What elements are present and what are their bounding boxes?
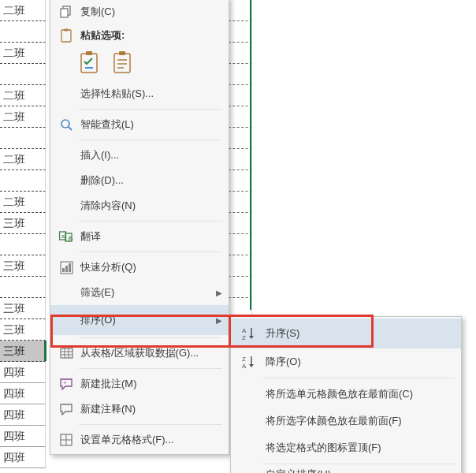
- grid-cell[interactable]: 四班: [0, 447, 46, 468]
- selection-border: [250, 0, 251, 310]
- translate-label: 翻译: [80, 229, 222, 244]
- font-color-label: 将所选字体颜色放在最前面(F): [266, 414, 455, 428]
- grid-cell[interactable]: [0, 128, 46, 149]
- svg-rect-2: [61, 30, 71, 42]
- svg-text:Z: Z: [242, 356, 246, 363]
- submenu-item-desc[interactable]: ZA 降序(O): [231, 348, 461, 375]
- menu-item-new-note[interactable]: 新建注释(N): [50, 397, 229, 422]
- new-note-label: 新建注释(N): [80, 402, 222, 416]
- grid-cell[interactable]: [229, 277, 252, 298]
- grid-cell[interactable]: 三班: [0, 319, 46, 341]
- menu-item-translate[interactable]: aあ 翻译: [50, 224, 229, 249]
- svg-line-12: [69, 127, 72, 130]
- grid-cell[interactable]: [229, 255, 252, 277]
- format-icon: [58, 432, 74, 448]
- grid-cell[interactable]: [229, 43, 252, 64]
- menu-separator: [79, 140, 222, 140]
- paste-special-label: 选择性粘贴(S)...: [80, 87, 222, 101]
- grid-cell[interactable]: [0, 64, 46, 85]
- grid-cell[interactable]: 四班: [0, 426, 46, 447]
- grid-cell[interactable]: [229, 234, 252, 255]
- grid-cell[interactable]: [229, 106, 252, 128]
- svg-text:+: +: [63, 379, 67, 386]
- quick-analysis-label: 快速分析(Q): [80, 260, 222, 274]
- menu-item-paste-special[interactable]: 选择性粘贴(S)...: [50, 81, 229, 106]
- filter-label: 筛选(E): [80, 285, 216, 300]
- submenu-item-custom[interactable]: 自定义排序(U): [231, 467, 461, 473]
- grid-cell[interactable]: [229, 192, 252, 213]
- table-icon: [58, 345, 74, 361]
- paste-option-values[interactable]: [112, 50, 134, 76]
- grid-cell[interactable]: [229, 149, 252, 170]
- new-comment-label: 新建批注(M): [80, 377, 222, 391]
- clipboard-icon: [58, 28, 74, 43]
- svg-rect-7: [119, 51, 125, 55]
- svg-text:a: a: [61, 233, 65, 239]
- submenu-item-asc[interactable]: AZ 升序(S): [231, 318, 461, 348]
- menu-paste-options-header: 粘贴选项:: [50, 24, 229, 47]
- grid-cell[interactable]: 二班: [0, 106, 46, 128]
- grid-cell[interactable]: 四班: [0, 362, 46, 383]
- grid-cell[interactable]: 三班: [0, 298, 46, 319]
- paste-option-keep-source[interactable]: [79, 50, 101, 76]
- grid-cell[interactable]: 四班: [0, 383, 46, 404]
- note-icon: [58, 401, 74, 417]
- submenu-item-icon-top[interactable]: 将选定格式的图标置顶(F): [231, 434, 461, 461]
- menu-separator: [262, 378, 455, 378]
- from-table-label: 从表格/区域获取数据(G)...: [80, 346, 222, 360]
- menu-item-insert[interactable]: 插入(I)...: [50, 143, 229, 168]
- menu-item-sort[interactable]: 排序(O) ▶: [50, 305, 229, 335]
- svg-rect-6: [114, 54, 130, 73]
- grid-cell[interactable]: [229, 128, 252, 149]
- grid-cell[interactable]: [229, 85, 252, 106]
- menu-separator: [79, 109, 222, 110]
- menu-item-from-table[interactable]: 从表格/区域获取数据(G)...: [50, 341, 229, 366]
- menu-separator: [79, 221, 222, 222]
- insert-label: 插入(I)...: [80, 148, 222, 162]
- grid-cell[interactable]: [0, 234, 46, 255]
- grid-cell[interactable]: 二班: [0, 0, 46, 21]
- grid-cell[interactable]: [229, 21, 252, 43]
- submenu-item-cell-color[interactable]: 将所选单元格颜色放在最前面(C): [231, 381, 461, 408]
- grid-cell[interactable]: 二班: [0, 85, 46, 106]
- grid-cell[interactable]: 二班: [0, 192, 46, 213]
- menu-item-filter[interactable]: 筛选(E) ▶: [50, 280, 229, 305]
- menu-item-clear[interactable]: 清除内容(N): [50, 193, 229, 218]
- grid-cell[interactable]: 三班: [0, 255, 46, 277]
- chevron-right-icon: ▶: [216, 289, 222, 297]
- desc-label: 降序(O): [266, 355, 455, 369]
- menu-item-delete[interactable]: 删除(D)...: [50, 168, 229, 193]
- copy-icon: [58, 4, 74, 20]
- cell-color-label: 将所选单元格颜色放在最前面(C): [266, 387, 455, 401]
- context-menu: 复制(C) 粘贴选项: 选择性粘贴(S)... 智能查找(L) 插入(I)...…: [50, 0, 229, 455]
- svg-rect-5: [86, 51, 92, 55]
- menu-item-quick-analysis[interactable]: 快速分析(Q): [50, 255, 229, 280]
- menu-item-new-comment[interactable]: + 新建批注(M): [50, 371, 229, 397]
- grid-cell[interactable]: [229, 0, 252, 21]
- sort-submenu: AZ 升序(S) ZA 降序(O) 将所选单元格颜色放在最前面(C) 将所选字体…: [230, 316, 462, 473]
- grid-cell[interactable]: [229, 213, 252, 234]
- grid-cell[interactable]: [229, 64, 252, 85]
- grid-cell[interactable]: 三班: [0, 213, 46, 234]
- grid-cell[interactable]: [0, 170, 46, 192]
- grid-cell[interactable]: 二班: [0, 43, 46, 64]
- submenu-item-font-color[interactable]: 将所选字体颜色放在最前面(F): [231, 408, 461, 434]
- menu-separator: [79, 337, 222, 338]
- menu-separator: [262, 464, 455, 464]
- grid-cell[interactable]: [229, 170, 252, 192]
- menu-item-smart-lookup[interactable]: 智能查找(L): [50, 112, 229, 137]
- smart-lookup-label: 智能查找(L): [80, 117, 222, 132]
- copy-label: 复制(C): [80, 5, 222, 19]
- grid-cell[interactable]: [0, 277, 46, 298]
- grid-cell[interactable]: 三班: [0, 341, 46, 362]
- paste-options-label: 粘贴选项:: [80, 28, 222, 43]
- grid-cell[interactable]: 四班: [0, 404, 46, 426]
- clear-label: 清除内容(N): [80, 199, 222, 213]
- asc-label: 升序(S): [266, 326, 455, 341]
- translate-icon: aあ: [58, 229, 74, 244]
- grid-cell[interactable]: 二班: [0, 149, 46, 170]
- svg-rect-20: [69, 263, 71, 272]
- menu-item-copy[interactable]: 复制(C): [50, 0, 229, 24]
- grid-cell[interactable]: [0, 21, 46, 43]
- menu-item-format-cells[interactable]: 设置单元格格式(F)...: [50, 427, 229, 453]
